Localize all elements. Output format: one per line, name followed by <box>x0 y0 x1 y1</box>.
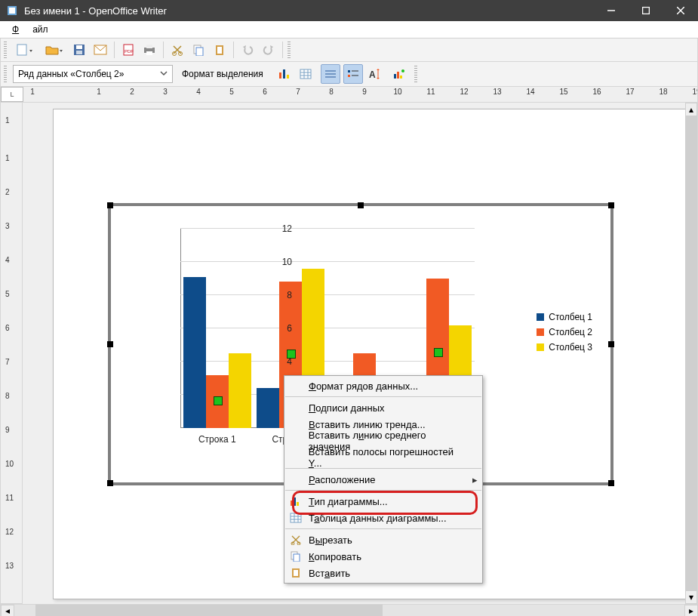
ctx-format-data-series[interactable]: Формат рядов данных... <box>284 377 482 394</box>
svg-rect-52 <box>291 500 293 506</box>
paste-button[interactable] <box>211 41 229 59</box>
svg-rect-40 <box>397 72 399 79</box>
ruler-tick: 16 <box>592 88 601 96</box>
scroll-up-button[interactable]: ▴ <box>685 103 697 116</box>
svg-rect-53 <box>294 497 296 506</box>
ruler-tick: 2 <box>130 88 134 96</box>
horizontal-grid-button[interactable] <box>321 64 340 84</box>
scroll-right-button[interactable]: ▸ <box>684 605 698 616</box>
ctx-cut[interactable]: Вырезать <box>284 531 482 548</box>
horizontal-scrollbar[interactable]: ◂ ▸ <box>0 604 698 616</box>
ruler-tick: 7 <box>296 88 300 96</box>
ytick-12: 12 <box>282 223 292 234</box>
undo-button[interactable] <box>238 41 257 59</box>
toolbar-grip[interactable] <box>4 42 7 58</box>
svg-rect-65 <box>294 570 298 576</box>
ctx-error-bars[interactable]: Вставить полосы погрешностей Y... <box>284 449 482 466</box>
svg-rect-1 <box>9 8 15 14</box>
bar-series1-cat2[interactable] <box>257 388 279 428</box>
ruler-tick: 18 <box>659 88 667 96</box>
resize-handle-n[interactable] <box>358 202 364 208</box>
maximize-button[interactable] <box>629 0 663 21</box>
resize-handle-sw[interactable] <box>107 480 113 486</box>
svg-rect-22 <box>279 72 281 79</box>
bar-series1-cat1[interactable] <box>183 277 206 428</box>
legend-entry-3[interactable]: Столбец 3 <box>537 342 592 353</box>
ruler-tick: 1 <box>30 88 35 96</box>
toolbar-grip-end[interactable] <box>288 42 291 58</box>
copy-button[interactable] <box>189 41 208 59</box>
scroll-left-button[interactable]: ◂ <box>1 605 14 616</box>
horizontal-ruler[interactable]: L 112345678910111213141516171819 <box>0 87 698 103</box>
svg-rect-21 <box>217 47 222 54</box>
scroll-down-button[interactable]: ▾ <box>685 590 697 604</box>
ctx-data-labels[interactable]: Подписи данных <box>284 399 482 416</box>
toolbar-grip[interactable] <box>4 66 7 82</box>
ytick-8: 8 <box>287 290 292 300</box>
ruler-tick: 10 <box>393 88 401 96</box>
svg-text:PDF: PDF <box>125 49 134 54</box>
toolbar-grip-end[interactable] <box>414 66 417 82</box>
legend-entry-1[interactable]: Столбец 1 <box>537 312 592 322</box>
open-button[interactable] <box>42 41 67 59</box>
ytick-4: 4 <box>287 356 292 367</box>
toolbar-standard: PDF <box>0 38 698 62</box>
cut-icon <box>288 534 304 545</box>
close-button[interactable] <box>663 0 698 21</box>
legend-toggle-button[interactable] <box>343 64 363 84</box>
menu-file[interactable]: Файл <box>3 23 53 36</box>
ruler-tick: 6 <box>263 88 267 96</box>
resize-handle-se[interactable] <box>608 480 614 486</box>
print-button[interactable] <box>140 41 158 59</box>
svg-rect-8 <box>76 45 82 49</box>
svg-rect-39 <box>394 74 396 79</box>
data-table-icon <box>288 513 304 523</box>
svg-rect-19 <box>196 48 203 56</box>
svg-rect-35 <box>348 75 350 77</box>
svg-rect-55 <box>291 513 301 522</box>
paste-icon <box>288 568 304 578</box>
ctx-data-table[interactable]: Таблица данных диаграммы... <box>284 510 482 526</box>
ruler-tick: 1 <box>97 88 101 96</box>
scale-text-button[interactable]: A <box>366 65 384 83</box>
ctx-paste[interactable]: Вставить <box>284 565 482 581</box>
svg-rect-15 <box>146 51 152 55</box>
svg-rect-41 <box>400 75 402 79</box>
ruler-tick: 9 <box>362 88 367 96</box>
chart-type-icon-button[interactable] <box>275 65 294 83</box>
ctx-copy[interactable]: Копировать <box>284 548 482 565</box>
copy-icon <box>288 551 304 562</box>
svg-rect-25 <box>300 69 311 79</box>
selection-marker[interactable] <box>214 396 223 405</box>
toolbar-chart-object: Ряд данных «Столбец 2» Формат выделения … <box>0 62 698 87</box>
export-pdf-button[interactable]: PDF <box>119 41 137 59</box>
ruler-tick: 19 <box>692 88 698 96</box>
chart-legend[interactable]: Столбец 1 Столбец 2 Столбец 3 <box>537 312 592 353</box>
email-button[interactable] <box>91 41 109 59</box>
cut-button[interactable] <box>168 41 186 59</box>
svg-rect-54 <box>297 502 299 506</box>
chart-element-combo[interactable]: Ряд данных «Столбец 2» <box>13 65 173 83</box>
resize-handle-w[interactable] <box>107 341 113 347</box>
ruler-tick: 15 <box>559 88 567 96</box>
vertical-ruler[interactable]: 1 1 2 3 4 5 6 7 8 9 10 11 12 13 <box>0 103 23 604</box>
resize-handle-nw[interactable] <box>107 202 113 208</box>
format-selection-button[interactable]: Формат выделения <box>176 67 269 81</box>
new-document-button[interactable] <box>13 41 38 59</box>
ruler-tick: 4 <box>196 88 201 96</box>
minimize-button[interactable] <box>594 0 629 21</box>
resize-handle-ne[interactable] <box>608 202 614 208</box>
bar-series3-cat1[interactable] <box>229 353 251 428</box>
resize-handle-e[interactable] <box>608 341 614 347</box>
ctx-arrangement[interactable]: Расположение ▸ <box>284 471 482 488</box>
vertical-scrollbar[interactable]: ▴ ▾ <box>685 103 697 604</box>
category-label: Строка 1 <box>198 434 236 445</box>
save-button[interactable] <box>70 41 88 59</box>
ctx-chart-type[interactable]: Тип диаграммы... <box>284 493 482 510</box>
legend-entry-2[interactable]: Столбец 2 <box>537 327 592 337</box>
svg-rect-9 <box>76 51 82 54</box>
chart-data-table-icon-button[interactable] <box>297 65 315 83</box>
selection-marker[interactable] <box>434 348 443 357</box>
auto-layout-button[interactable] <box>390 65 408 83</box>
redo-button[interactable] <box>260 41 278 59</box>
